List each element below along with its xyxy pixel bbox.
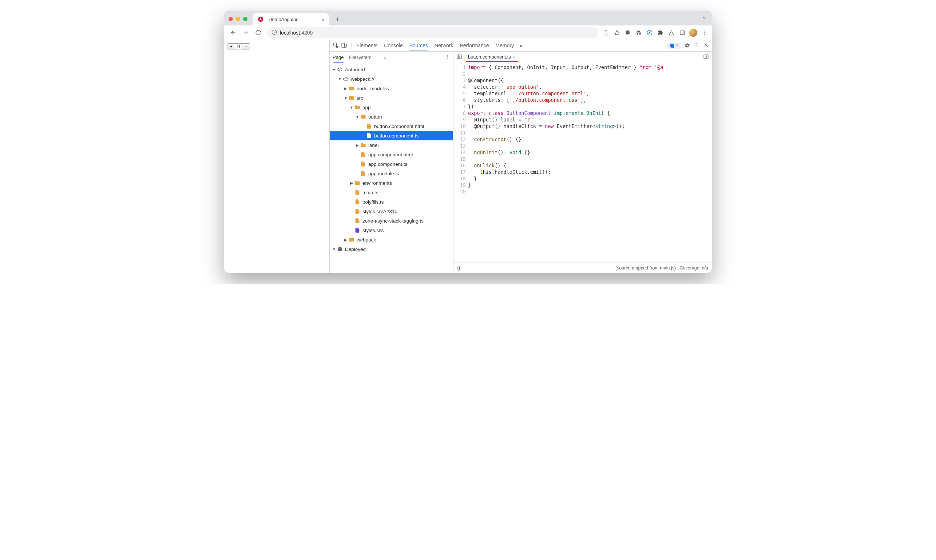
- incognito-icon[interactable]: [635, 29, 643, 37]
- skull-icon[interactable]: [624, 29, 632, 37]
- tree-disclosure-icon[interactable]: ▼: [349, 105, 354, 109]
- tree-item-label: webpack://: [351, 76, 375, 82]
- sources-subtab-filesystem[interactable]: Filesystem: [348, 55, 371, 60]
- tree-disclosure-icon[interactable]: ▼: [344, 96, 348, 100]
- devtools-settings-icon[interactable]: [684, 42, 690, 49]
- cloud-icon: [343, 76, 348, 82]
- profile-avatar[interactable]: [689, 29, 697, 37]
- share-icon[interactable]: [602, 29, 610, 37]
- nav-back-button[interactable]: [228, 27, 239, 38]
- tree-disclosure-icon[interactable]: ▼: [355, 115, 359, 119]
- source-map-link[interactable]: main.js: [660, 265, 674, 271]
- devtools-tab-sources[interactable]: Sources: [409, 40, 428, 51]
- sources-sidebar-menu-icon[interactable]: [445, 54, 450, 60]
- tree-item[interactable]: app.component.ts: [330, 159, 453, 169]
- puzzle-icon[interactable]: [657, 29, 665, 37]
- devtools-tab-elements[interactable]: Elements: [356, 40, 378, 51]
- devtools-tabs-overflow-icon[interactable]: »: [520, 43, 522, 48]
- window-minimize-button[interactable]: [236, 17, 240, 21]
- file-icon: [366, 133, 372, 138]
- counter-plus-button[interactable]: +: [227, 44, 235, 49]
- tree-item[interactable]: button.component.html: [330, 122, 453, 131]
- tree-item[interactable]: ▼Deployed: [330, 245, 453, 254]
- devtools-tab-network[interactable]: Network: [435, 40, 453, 51]
- tree-disclosure-icon[interactable]: ▼: [332, 68, 336, 72]
- sources-subtab-page[interactable]: Page: [333, 55, 344, 63]
- svg-point-19: [697, 43, 697, 44]
- tree-disclosure-icon[interactable]: ▶: [355, 143, 359, 147]
- panel-icon[interactable]: [678, 29, 686, 37]
- tree-item[interactable]: ▶webpack: [330, 235, 453, 245]
- toggle-debugger-sidebar-icon[interactable]: [703, 54, 709, 61]
- star-icon[interactable]: [613, 29, 621, 37]
- flask-icon[interactable]: [668, 29, 675, 37]
- tree-item[interactable]: polyfills.ts: [330, 197, 453, 206]
- tree-item[interactable]: styles.css?231c: [330, 206, 453, 216]
- tree-item[interactable]: ▶environments: [330, 178, 453, 188]
- tree-item-label: main.ts: [362, 190, 378, 195]
- device-toggle-icon[interactable]: [341, 42, 347, 49]
- tree-item[interactable]: ▼Authored: [330, 65, 453, 74]
- svg-point-26: [447, 58, 448, 58]
- site-info-icon[interactable]: [271, 29, 277, 36]
- tree-item[interactable]: ▶node_modules: [330, 84, 453, 93]
- compass-icon[interactable]: [646, 29, 654, 37]
- editor-file-tab-label: button.component.ts: [468, 54, 511, 60]
- tree-item-label: app.module.ts: [368, 171, 399, 176]
- tree-item[interactable]: ▼button: [330, 112, 453, 122]
- tree-item[interactable]: ▼src: [330, 93, 453, 103]
- tree-item[interactable]: app.component.html: [330, 150, 453, 159]
- devtools-tab-memory[interactable]: Memory: [496, 40, 514, 51]
- inspect-icon[interactable]: [333, 42, 339, 49]
- tree-disclosure-icon[interactable]: ▶: [349, 181, 354, 185]
- pretty-print-icon[interactable]: {}: [457, 265, 460, 271]
- code-lines: import { Component, OnInit, Input, Outpu…: [468, 63, 712, 263]
- tree-item[interactable]: ▼app: [330, 103, 453, 112]
- sources-subtabs-overflow-icon[interactable]: »: [384, 55, 387, 60]
- tree-item[interactable]: ▶label: [330, 140, 453, 150]
- tab-overflow-icon[interactable]: [702, 15, 707, 22]
- new-tab-button[interactable]: +: [333, 14, 343, 25]
- window-close-button[interactable]: [228, 17, 233, 21]
- tree-disclosure-icon[interactable]: ▶: [344, 86, 348, 91]
- tab-close-icon[interactable]: ×: [321, 16, 325, 23]
- nav-reload-button[interactable]: [253, 27, 264, 38]
- nav-forward-button[interactable]: [240, 27, 251, 38]
- console-messages-badge[interactable]: 1: [668, 43, 680, 49]
- editor-file-tab[interactable]: button.component.ts ×: [466, 53, 518, 62]
- page-viewport: + 0 -: [224, 40, 330, 273]
- tree-item[interactable]: main.ts: [330, 188, 453, 197]
- devtools-toolbar: ElementsConsoleSourcesNetworkPerformance…: [330, 40, 712, 52]
- tree-item[interactable]: styles.css: [330, 225, 453, 235]
- toggle-navigator-icon[interactable]: [456, 54, 462, 61]
- devtools-tab-console[interactable]: Console: [384, 40, 402, 51]
- browser-menu-icon[interactable]: [700, 29, 708, 37]
- tree-item[interactable]: ▼webpack://: [330, 74, 453, 84]
- devtools-tab-performance[interactable]: Performance: [460, 40, 489, 51]
- tree-disclosure-icon[interactable]: ▼: [338, 77, 342, 81]
- tree-item-label: polyfills.ts: [362, 199, 384, 205]
- tree-item[interactable]: app.module.ts: [330, 169, 453, 178]
- tree-item[interactable]: zone-async-stack-tagging.ts: [330, 216, 453, 225]
- devtools-menu-icon[interactable]: [694, 42, 700, 49]
- tree-item-label: label: [368, 143, 379, 148]
- svg-point-20: [697, 45, 697, 45]
- window-titlebar: DemoAngular × +: [224, 11, 712, 25]
- tree-item-label: app: [362, 105, 371, 110]
- tree-item[interactable]: button.component.ts: [330, 131, 453, 140]
- tree-disclosure-icon[interactable]: ▼: [332, 247, 336, 251]
- editor-file-tab-close-icon[interactable]: ×: [513, 54, 516, 60]
- counter-minus-button[interactable]: -: [242, 44, 250, 49]
- browser-tab[interactable]: DemoAngular ×: [253, 13, 329, 25]
- tree-item-label: app.component.html: [368, 152, 413, 157]
- folder-icon: [355, 180, 360, 186]
- devtools-body: ▼Authored▼webpack://▶node_modules▼src▼ap…: [330, 63, 712, 273]
- tree-item-label: app.component.ts: [368, 162, 407, 167]
- svg-line-31: [339, 68, 341, 72]
- tree-disclosure-icon[interactable]: ▶: [344, 238, 348, 242]
- url-field[interactable]: localhost:4200: [267, 27, 598, 38]
- status-right: (source mapped from main.js) Coverage: n…: [615, 265, 708, 271]
- code-editor[interactable]: 1234567891011121314151617181920 import {…: [453, 63, 712, 263]
- window-zoom-button[interactable]: [243, 17, 247, 21]
- devtools-close-icon[interactable]: [703, 43, 709, 49]
